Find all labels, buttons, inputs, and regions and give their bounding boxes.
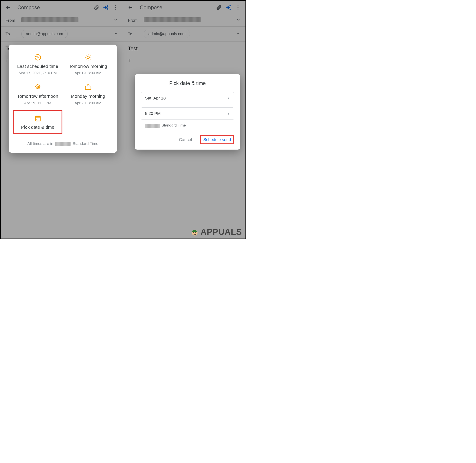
body-field[interactable]: T <box>123 54 246 67</box>
schedule-options-dialog: Last scheduled time Mar 17, 2021, 7:16 P… <box>9 45 117 153</box>
recipient-chip[interactable]: admin@appuals.com <box>21 30 68 38</box>
time-selector[interactable]: 8:20 PM ▼ <box>141 107 234 120</box>
date-selector[interactable]: Sat, Apr 18 ▼ <box>141 92 234 104</box>
option-pick-date-time[interactable]: Pick date & time <box>13 110 62 134</box>
attach-icon[interactable] <box>92 3 101 12</box>
svg-rect-7 <box>85 86 91 90</box>
svg-point-4 <box>238 7 238 8</box>
from-label: From <box>6 18 21 23</box>
svg-point-10 <box>36 118 37 119</box>
from-value-redacted <box>144 17 201 22</box>
send-icon[interactable] <box>101 3 111 12</box>
option-last-scheduled[interactable]: Last scheduled time Mar 17, 2021, 7:16 P… <box>13 50 62 78</box>
compose-title: Compose <box>17 4 92 10</box>
to-field[interactable]: To admin@appuals.com <box>1 27 123 42</box>
from-field[interactable]: From <box>1 14 123 27</box>
timezone-footnote: All times are in Standard Time <box>13 142 113 146</box>
cancel-button[interactable]: Cancel <box>176 135 194 144</box>
svg-point-6 <box>87 56 89 58</box>
svg-point-13 <box>195 232 196 233</box>
recipient-chip[interactable]: admin@appuals.com <box>144 30 190 38</box>
svg-rect-9 <box>35 116 40 117</box>
svg-point-12 <box>193 232 194 233</box>
brightness-icon <box>14 82 61 92</box>
from-label: From <box>128 18 144 23</box>
history-icon <box>14 53 61 62</box>
subject-field[interactable]: Test <box>123 42 246 54</box>
compose-topbar: Compose <box>1 1 123 14</box>
option-monday-morning[interactable]: Monday morning Apr 20, 8:00 AM <box>63 80 113 108</box>
svg-point-5 <box>238 9 238 9</box>
more-icon[interactable] <box>111 3 120 12</box>
calendar-icon <box>15 113 60 123</box>
briefcase-icon <box>64 82 111 92</box>
pick-date-time-dialog: Pick date & time Sat, Apr 18 ▼ 8:20 PM ▼… <box>135 74 240 150</box>
send-icon[interactable] <box>223 3 233 12</box>
compose-title: Compose <box>140 4 214 10</box>
option-tomorrow-afternoon[interactable]: Tomorrow afternoon Apr 19, 1:00 PM <box>13 80 62 108</box>
compose-topbar: Compose <box>123 1 246 14</box>
schedule-send-button[interactable]: Schedule send <box>200 135 234 144</box>
from-field[interactable]: From <box>123 14 246 27</box>
mascot-icon <box>190 227 200 237</box>
chevron-down-icon[interactable] <box>236 31 241 37</box>
chevron-down-icon[interactable] <box>113 31 118 37</box>
svg-point-3 <box>238 5 238 6</box>
svg-point-1 <box>115 7 116 8</box>
to-label: To <box>6 32 21 36</box>
attach-icon[interactable] <box>214 3 223 12</box>
from-value-redacted <box>21 17 78 22</box>
sun-icon <box>64 53 111 62</box>
svg-point-0 <box>115 5 116 6</box>
more-icon[interactable] <box>233 3 243 12</box>
chevron-down-icon[interactable] <box>113 17 118 23</box>
dropdown-icon: ▼ <box>227 97 230 100</box>
svg-point-2 <box>115 9 116 9</box>
dialog-title: Pick date & time <box>141 80 234 86</box>
back-icon[interactable] <box>126 3 135 12</box>
chevron-down-icon[interactable] <box>236 17 241 23</box>
back-icon[interactable] <box>3 3 13 12</box>
watermark: APPUALS <box>190 227 242 237</box>
to-label: To <box>128 32 144 36</box>
option-tomorrow-morning[interactable]: Tomorrow morning Apr 19, 8:00 AM <box>63 50 113 78</box>
dropdown-icon: ▼ <box>227 112 230 115</box>
timezone-note: Standard Time <box>141 123 234 128</box>
to-field[interactable]: To admin@appuals.com <box>123 27 246 42</box>
